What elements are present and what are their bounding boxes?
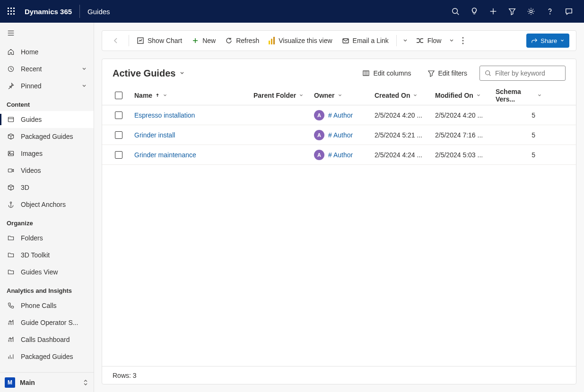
sidebar-item-pinned[interactable]: Pinned	[0, 77, 94, 94]
sidebar-item-guides-view[interactable]: Guides View	[0, 264, 94, 281]
sidebar-footer[interactable]: M Main	[0, 372, 94, 392]
sidebar-item-label: 3D	[21, 184, 29, 191]
row-count: Rows: 3	[113, 372, 137, 379]
sidebar-item-packaged-guides[interactable]: Packaged Guides	[0, 128, 94, 145]
flow-icon	[416, 37, 424, 44]
svg-point-25	[10, 202, 11, 203]
sidebar-item-label: Guides	[21, 116, 42, 123]
avatar: A	[314, 110, 324, 120]
svg-rect-42	[269, 41, 270, 44]
svg-rect-0	[8, 8, 9, 9]
content-card: Active Guides Edit columns Edit filters	[102, 59, 576, 384]
flow-dropdown[interactable]	[446, 38, 457, 43]
plus-icon[interactable]	[484, 0, 503, 23]
column-select-all[interactable]	[106, 92, 131, 99]
sidebar-toggle-icon[interactable]	[0, 23, 94, 43]
row-created: 2/5/2024 5:21 ...	[372, 131, 432, 139]
table-row[interactable]: Espresso installation A # Author 2/5/202…	[102, 105, 576, 125]
brand-label: Dynamics 365	[25, 8, 72, 16]
search-icon	[485, 70, 491, 77]
sidebar-item-3d-toolkit[interactable]: 3D Toolkit	[0, 247, 94, 264]
view-header: Active Guides Edit columns Edit filters	[102, 59, 576, 85]
row-owner[interactable]: A # Author	[311, 110, 372, 120]
back-button[interactable]	[109, 34, 123, 48]
svg-rect-1	[10, 8, 12, 9]
sidebar-item-images[interactable]: Images	[0, 145, 94, 162]
phone-icon	[7, 301, 15, 310]
email-dropdown[interactable]	[400, 38, 411, 43]
svg-rect-49	[363, 71, 369, 76]
sidebar-item-recent[interactable]: Recent	[0, 60, 94, 77]
table-row[interactable]: Grinder install A # Author 2/5/2024 5:21…	[102, 125, 576, 145]
refresh-icon	[225, 37, 233, 44]
sidebar-item-phone-calls[interactable]: Phone Calls	[0, 297, 94, 314]
flow-button[interactable]: Flow	[411, 33, 446, 48]
sidebar-item-guides[interactable]: Guides	[0, 111, 94, 128]
svg-rect-2	[13, 8, 15, 9]
column-name[interactable]: Name	[131, 92, 251, 99]
refresh-button[interactable]: Refresh	[220, 33, 264, 48]
sidebar-item-calls-dashboard[interactable]: Calls Dashboard	[0, 331, 94, 348]
video-icon	[7, 166, 15, 175]
show-chart-button[interactable]: Show Chart	[132, 33, 187, 48]
sidebar-item-label: Recent	[21, 65, 42, 73]
new-button[interactable]: New	[187, 33, 220, 48]
svg-rect-43	[271, 39, 272, 44]
sidebar-item-object-anchors[interactable]: Object Anchors	[0, 196, 94, 213]
search-icon[interactable]	[446, 0, 465, 23]
folder-icon	[7, 268, 15, 276]
row-modified: 2/5/2024 7:16 ...	[432, 131, 493, 139]
share-button[interactable]: Share	[526, 34, 569, 48]
sidebar-item-home[interactable]: Home	[0, 43, 94, 60]
overflow-button[interactable]	[457, 37, 469, 44]
table-row[interactable]: Grinder maintenance A # Author 2/5/2024 …	[102, 145, 576, 165]
row-name-link[interactable]: Espresso installation	[131, 111, 251, 119]
column-created[interactable]: Created On	[372, 92, 432, 99]
sidebar-item-videos[interactable]: Videos	[0, 162, 94, 179]
sidebar-item-label: Packaged Guides	[21, 133, 73, 140]
sidebar-item-label: Videos	[21, 167, 41, 174]
package-icon	[7, 132, 15, 141]
area-label: Main	[20, 379, 35, 386]
svg-rect-6	[8, 13, 9, 15]
svg-point-46	[462, 37, 464, 39]
sidebar-item-3d[interactable]: 3D	[0, 179, 94, 196]
lightbulb-icon[interactable]	[465, 0, 484, 23]
svg-point-9	[453, 9, 458, 14]
row-checkbox[interactable]	[106, 151, 131, 159]
pin-icon	[7, 82, 15, 90]
view-title[interactable]: Active Guides	[113, 68, 185, 79]
column-parent-folder[interactable]: Parent Folder	[251, 92, 311, 99]
data-table: Name Parent Folder Owner Created On Modi…	[102, 85, 576, 366]
avatar: A	[314, 150, 324, 160]
gear-icon[interactable]	[522, 0, 540, 23]
chat-icon[interactable]	[559, 0, 578, 23]
chevron-down-icon	[81, 83, 87, 89]
svg-point-48	[462, 43, 464, 44]
sidebar-item-guide-operator[interactable]: Guide Operator S...	[0, 314, 94, 331]
svg-point-15	[550, 14, 550, 14]
header-divider	[79, 5, 80, 18]
sidebar-item-folders[interactable]: Folders	[0, 230, 94, 247]
row-checkbox[interactable]	[106, 111, 131, 119]
filter-keyword-input[interactable]	[479, 66, 566, 81]
edit-columns-button[interactable]: Edit columns	[358, 67, 415, 80]
row-checkbox[interactable]	[106, 131, 131, 139]
column-owner[interactable]: Owner	[311, 92, 372, 99]
sidebar-section-analytics: Analytics and Insights	[0, 281, 94, 297]
visualize-button[interactable]: Visualize this view	[264, 33, 337, 48]
app-launcher-icon[interactable]	[6, 6, 17, 17]
row-owner[interactable]: A # Author	[311, 130, 372, 140]
row-name-link[interactable]: Grinder install	[131, 131, 251, 139]
folder-icon	[7, 234, 15, 242]
app-name-label[interactable]: Guides	[87, 8, 110, 16]
column-modified[interactable]: Modified On	[432, 92, 493, 99]
edit-filters-button[interactable]: Edit filters	[424, 67, 471, 80]
row-name-link[interactable]: Grinder maintenance	[131, 151, 251, 159]
filter-icon[interactable]	[503, 0, 522, 23]
email-link-button[interactable]: Email a Link	[337, 33, 393, 48]
help-icon[interactable]	[540, 0, 559, 23]
row-owner[interactable]: A # Author	[311, 150, 372, 160]
sidebar-item-packaged-guides-2[interactable]: Packaged Guides	[0, 348, 94, 365]
column-schema[interactable]: Schema Vers...	[493, 88, 545, 103]
